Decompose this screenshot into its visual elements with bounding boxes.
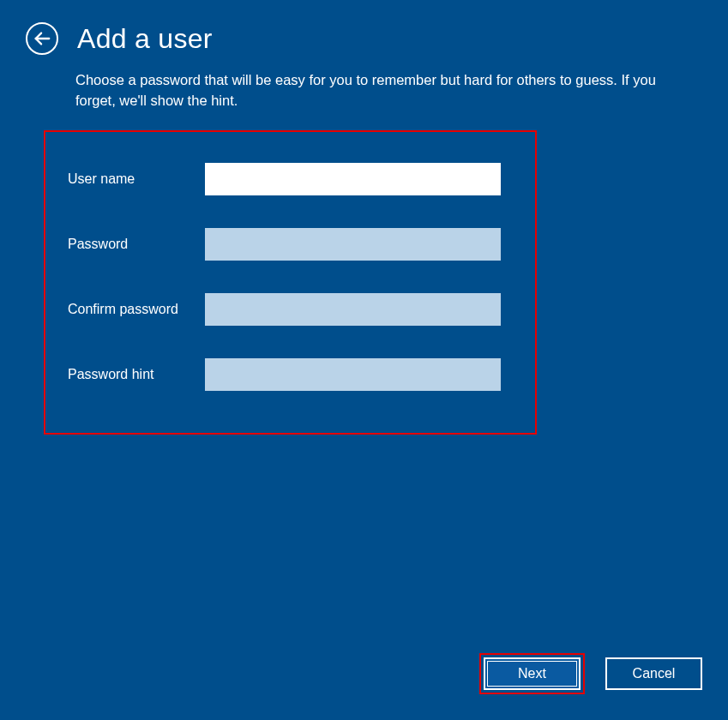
password-hint-input[interactable] xyxy=(205,358,501,391)
confirm-password-input[interactable] xyxy=(205,293,501,326)
password-row: Password xyxy=(68,228,513,261)
password-input[interactable] xyxy=(205,228,501,261)
form-panel: User name Password Confirm password Pass… xyxy=(44,130,537,435)
next-button[interactable]: Next xyxy=(484,657,581,690)
page-subtitle: Choose a password that will be easy for … xyxy=(0,62,686,111)
username-label: User name xyxy=(68,171,205,187)
button-bar: Next Cancel xyxy=(479,653,702,694)
cancel-button[interactable]: Cancel xyxy=(605,657,702,690)
password-hint-row: Password hint xyxy=(68,358,513,391)
next-button-highlight: Next xyxy=(479,653,585,694)
confirm-password-row: Confirm password xyxy=(68,293,513,326)
page-title: Add a user xyxy=(77,23,213,55)
back-button[interactable] xyxy=(26,22,58,55)
arrow-left-icon xyxy=(33,29,51,48)
password-hint-label: Password hint xyxy=(68,367,205,382)
username-row: User name xyxy=(68,163,513,195)
password-label: Password xyxy=(68,237,205,252)
confirm-password-label: Confirm password xyxy=(68,302,205,317)
username-input[interactable] xyxy=(205,163,501,195)
